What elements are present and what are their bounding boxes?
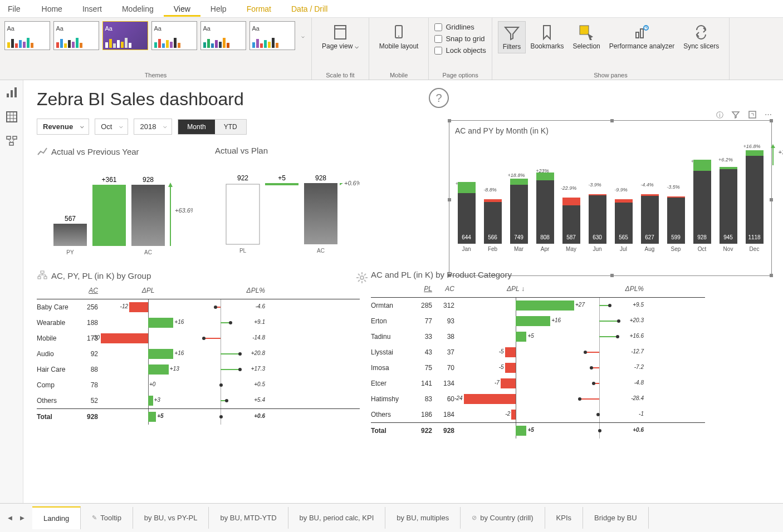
month-bar-jan[interactable]: +40.3% 644 Jan bbox=[455, 193, 478, 252]
svg-text:+63.6%: +63.6% bbox=[175, 207, 193, 214]
table-row-total[interactable]: Total928 +5 +0.6 bbox=[37, 408, 360, 424]
tab-bu-multiples[interactable]: by BU, multiples bbox=[385, 507, 461, 529]
table-row[interactable]: Hair Care88 +13 +17.3 bbox=[37, 362, 360, 377]
svg-text:567: 567 bbox=[65, 215, 76, 223]
month-bar-oct[interactable]: +63.6% 928 Oct bbox=[691, 171, 713, 252]
month-bar-apr[interactable]: +23% 808 Apr bbox=[534, 180, 556, 252]
svg-text:PY: PY bbox=[66, 249, 74, 255]
menu-modeling[interactable]: Modeling bbox=[112, 1, 164, 17]
table-row[interactable]: Baby Care256 -12 -4.6 bbox=[37, 299, 360, 315]
menu-data-drill[interactable]: Data / Drill bbox=[281, 1, 337, 17]
table-row[interactable]: Ormtan285312 +27 +9.5 bbox=[371, 298, 705, 313]
theme-swatch-3[interactable]: Aa bbox=[102, 21, 148, 50]
theme-swatch-4[interactable]: Aa bbox=[151, 21, 197, 50]
theme-swatch-6[interactable]: Aa bbox=[249, 21, 295, 50]
month-bar-dec[interactable]: +16.8% 1118 Dec bbox=[743, 156, 766, 252]
theme-swatch-5[interactable]: Aa bbox=[200, 21, 246, 50]
tab-kpis[interactable]: KPIs bbox=[545, 507, 583, 529]
themes-group-label: Themes bbox=[145, 71, 167, 78]
theme-swatch-2[interactable]: Aa bbox=[53, 21, 99, 50]
tab-bu-mtd[interactable]: by BU, MTD-YTD bbox=[209, 507, 288, 529]
data-view-icon[interactable] bbox=[5, 110, 18, 124]
tab-bridge[interactable]: Bridge by BU bbox=[583, 507, 649, 529]
tab-bu-period[interactable]: by BU, period calc, KPI bbox=[288, 507, 386, 529]
product-table[interactable]: PL AC ΔPL ↓ ΔPL% Ormtan285312 +27 +9.5Er… bbox=[371, 285, 705, 438]
mobile-layout-button[interactable]: Mobile layout bbox=[375, 21, 423, 52]
themes-dropdown[interactable]: ⌵ bbox=[298, 21, 307, 50]
theme-swatch-1[interactable]: Aa bbox=[4, 21, 50, 50]
svg-rect-46 bbox=[44, 277, 47, 279]
gridlines-checkbox[interactable]: Gridlines bbox=[434, 21, 486, 33]
model-view-icon[interactable] bbox=[5, 135, 18, 148]
table-row[interactable]: Comp78 +0 +0.5 bbox=[37, 377, 360, 393]
svg-text:AC: AC bbox=[144, 249, 152, 255]
focus-mode-icon[interactable] bbox=[748, 110, 757, 119]
tab-tooltip[interactable]: ✎Tooltip bbox=[81, 507, 133, 529]
table-row[interactable]: Audio92 +16 +20.8 bbox=[37, 346, 360, 362]
performance-button[interactable]: Performance analyzer bbox=[605, 21, 679, 53]
prev-page-button[interactable]: ◄ bbox=[6, 514, 14, 522]
menu-file[interactable]: File bbox=[6, 1, 32, 17]
page-title: Zebra BI Sales dashboard bbox=[37, 89, 770, 110]
tab-country[interactable]: ⊘by Country (drill) bbox=[461, 507, 545, 529]
table-row[interactable]: Hatimshy8360 -24 -28.4 bbox=[371, 391, 705, 407]
page-view-icon bbox=[331, 23, 349, 41]
selection-button[interactable]: Selection bbox=[568, 21, 604, 53]
tab-bu-pypl[interactable]: by BU, vs PY-PL bbox=[133, 507, 209, 529]
svg-rect-20 bbox=[9, 142, 13, 145]
month-bar-aug[interactable]: -4.4% 627 Aug bbox=[638, 194, 661, 252]
group-table[interactable]: AC ΔPL ΔPL% Baby Care256 -12 -4.6Wearabl… bbox=[37, 287, 360, 424]
next-page-button[interactable]: ► bbox=[18, 514, 27, 522]
table-row[interactable]: Erton7793 +16 +20.3 bbox=[371, 313, 705, 329]
selection-icon bbox=[578, 23, 595, 41]
table-row[interactable]: Etcer141134 -7 -4.8 bbox=[371, 376, 705, 391]
svg-text:928: 928 bbox=[315, 174, 326, 182]
visual-filter-icon[interactable] bbox=[731, 110, 740, 119]
actual-vs-py-chart[interactable]: 567 +361 928 +63.6% PY AC bbox=[37, 162, 193, 257]
bookmarks-button[interactable]: Bookmarks bbox=[526, 21, 568, 53]
table-row[interactable]: Mobile173 -30 -14.8 bbox=[37, 331, 360, 346]
table-row[interactable]: Tadinu3338 +5 +16.6 bbox=[371, 329, 705, 344]
table-row[interactable]: Others52 +3 +5.4 bbox=[37, 393, 360, 408]
lock-checkbox[interactable]: Lock objects bbox=[434, 45, 486, 56]
menu-view[interactable]: View bbox=[164, 1, 200, 17]
month-slicer[interactable]: Oct bbox=[95, 119, 128, 135]
table-row[interactable]: Llysstai4337 -5 -12.7 bbox=[371, 344, 705, 360]
menu-help[interactable]: Help bbox=[200, 1, 237, 17]
table-row[interactable]: Imosa7570 -5 -7.2 bbox=[371, 360, 705, 376]
page-view-button[interactable]: Page view ⌵ bbox=[317, 21, 363, 52]
menu-home[interactable]: Home bbox=[32, 1, 72, 17]
month-bar-feb[interactable]: -8.8% 566 Feb bbox=[481, 199, 504, 252]
mobile-group-label: Mobile bbox=[390, 71, 408, 78]
filters-button[interactable]: Filters bbox=[498, 21, 526, 53]
actual-vs-plan-chart[interactable]: 922 +5 928 +0.6% PL AC bbox=[215, 161, 360, 255]
month-bar-jun[interactable]: -3.9% 630 Jun bbox=[586, 194, 609, 252]
help-button[interactable]: ? bbox=[429, 88, 449, 108]
gear-icon[interactable] bbox=[355, 271, 369, 284]
sync-slicers-button[interactable]: Sync slicers bbox=[679, 21, 723, 53]
year-slicer[interactable]: 2018 bbox=[134, 119, 172, 135]
table-row[interactable]: Wearable188 +16 +9.1 bbox=[37, 315, 360, 331]
metric-slicer[interactable]: Revenue bbox=[37, 119, 89, 135]
monthly-chart-visual[interactable]: AC and PY by Month (in K) +16.8% +40.3% … bbox=[449, 120, 772, 276]
table-row[interactable]: Others186184 -2 -1 bbox=[371, 407, 705, 422]
toggle-month[interactable]: Month bbox=[178, 120, 214, 134]
tab-landing[interactable]: Landing bbox=[32, 506, 81, 529]
report-view-icon[interactable] bbox=[5, 86, 18, 99]
group-table-title: AC, PY, PL (in K) by Group bbox=[37, 270, 360, 281]
ribbon: Aa Aa Aa Aa Aa Aa ⌵ Themes Page view ⌵ S… bbox=[0, 18, 783, 80]
month-bar-mar[interactable]: +18.8% 749 Mar bbox=[507, 185, 530, 252]
month-bar-jul[interactable]: -9.9% 565 Jul bbox=[612, 199, 635, 252]
snap-checkbox[interactable]: Snap to grid bbox=[434, 33, 486, 45]
monthly-highlight-pct: +16.8% bbox=[778, 149, 783, 155]
scale-group-label: Scale to fit bbox=[326, 71, 354, 78]
menu-insert[interactable]: Insert bbox=[72, 1, 112, 17]
info-icon[interactable]: ⓘ bbox=[716, 110, 723, 120]
month-bar-sep[interactable]: -3.5% 599 Sep bbox=[664, 196, 687, 252]
menu-format[interactable]: Format bbox=[237, 1, 281, 17]
table-row-total[interactable]: Total922928 +5 +0.6 bbox=[371, 422, 705, 438]
toggle-ytd[interactable]: YTD bbox=[215, 120, 246, 134]
month-bar-nov[interactable]: +6.2% 945 Nov bbox=[717, 169, 740, 252]
monthly-chart-title: AC and PY by Month (in K) bbox=[455, 126, 766, 135]
month-bar-may[interactable]: -22.9% 587 May bbox=[560, 198, 583, 252]
